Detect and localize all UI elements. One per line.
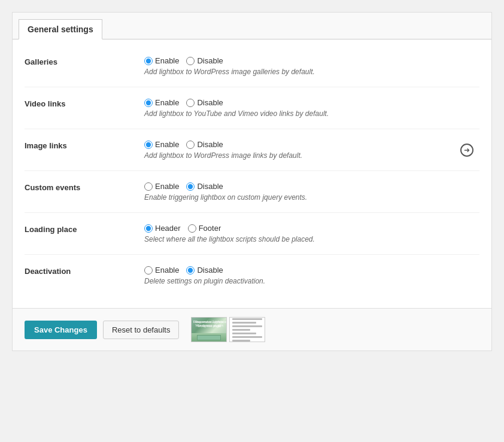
label-video_links: Video links [25, 98, 144, 108]
radio-group-custom_events: EnableDisable [144, 182, 479, 191]
radio-loading_place-header[interactable] [144, 224, 153, 233]
description-image_links: Add lightbox to WordPress image links by… [144, 151, 479, 160]
plugin-thumbnails: Responsive LightboxWordpress plugin [191, 317, 265, 342]
radio-label-deactivation-enable: Enable [155, 266, 179, 275]
thumb-line [232, 318, 262, 320]
radio-deactivation-enable[interactable] [144, 266, 153, 275]
control-image_links: EnableDisableAdd lightbox to WordPress i… [144, 140, 479, 160]
radio-label-video_links-enable: Enable [155, 98, 179, 107]
thumb-line [232, 336, 262, 338]
radio-loading_place-footer[interactable] [188, 224, 196, 233]
thumbnail-1[interactable]: Responsive LightboxWordpress plugin [191, 317, 227, 342]
radio-custom_events-enable[interactable] [144, 182, 153, 191]
radio-video_links-disable[interactable] [186, 99, 195, 107]
radio-group-galleries: EnableDisable [144, 56, 479, 65]
description-loading_place: Select where all the lightbox scripts sh… [144, 235, 479, 243]
label-custom_events: Custom events [25, 182, 144, 192]
radio-group-video_links: EnableDisable [144, 98, 479, 107]
radio-video_links-enable[interactable] [144, 99, 153, 107]
settings-row-loading_place: Loading placeHeaderFooterSelect where al… [25, 213, 479, 255]
radio-label-galleries-enable: Enable [155, 56, 179, 65]
radio-option-galleries-disable[interactable]: Disable [186, 56, 223, 65]
thumb-line [232, 340, 250, 342]
radio-option-image_links-enable[interactable]: Enable [144, 140, 179, 149]
radio-option-custom_events-disable[interactable]: Disable [186, 182, 223, 191]
control-custom_events: EnableDisableEnable triggering lightbox … [144, 182, 479, 202]
label-deactivation: Deactivation [25, 266, 144, 276]
radio-label-galleries-disable: Disable [197, 56, 223, 65]
radio-option-image_links-disable[interactable]: Disable [186, 140, 223, 149]
radio-label-image_links-enable: Enable [155, 140, 179, 149]
radio-option-custom_events-enable[interactable]: Enable [144, 182, 179, 191]
thumb-line [232, 333, 256, 334]
thumb-line [232, 329, 250, 331]
thumbnail-2[interactable] [229, 317, 265, 342]
radio-option-deactivation-enable[interactable]: Enable [144, 266, 179, 275]
radio-galleries-disable[interactable] [186, 57, 195, 65]
radio-group-deactivation: EnableDisable [144, 266, 479, 275]
control-deactivation: EnableDisableDelete settings on plugin d… [144, 266, 479, 285]
radio-image_links-enable[interactable] [144, 141, 153, 149]
tab-general-settings[interactable]: General settings [19, 19, 102, 39]
label-image_links: Image links [25, 140, 144, 150]
radio-label-custom_events-enable: Enable [155, 182, 179, 191]
radio-label-custom_events-disable: Disable [197, 182, 223, 191]
description-video_links: Add lightbox to YouTube and Vimeo video … [144, 109, 479, 118]
radio-option-loading_place-header[interactable]: Header [144, 224, 181, 233]
radio-label-deactivation-disable: Disable [197, 266, 223, 275]
settings-table: GalleriesEnableDisableAdd lightbox to Wo… [13, 39, 491, 308]
radio-option-galleries-enable[interactable]: Enable [144, 56, 179, 65]
save-button[interactable]: Save Changes [25, 321, 97, 339]
settings-row-image_links: Image linksEnableDisableAdd lightbox to … [25, 129, 479, 171]
settings-row-galleries: GalleriesEnableDisableAdd lightbox to Wo… [25, 45, 479, 87]
control-video_links: EnableDisableAdd lightbox to YouTube and… [144, 98, 479, 118]
reset-button[interactable]: Reset to defaults [103, 321, 180, 339]
control-loading_place: HeaderFooterSelect where all the lightbo… [144, 224, 479, 243]
radio-image_links-disable[interactable] [186, 141, 195, 149]
settings-row-custom_events: Custom eventsEnableDisableEnable trigger… [25, 171, 479, 213]
radio-option-loading_place-footer[interactable]: Footer [188, 224, 221, 233]
radio-label-image_links-disable: Disable [197, 140, 223, 149]
description-custom_events: Enable triggering lightbox on custom jqu… [144, 193, 479, 202]
radio-option-video_links-enable[interactable]: Enable [144, 98, 179, 107]
settings-panel: General settings GalleriesEnableDisableA… [12, 12, 492, 351]
thumb-line [232, 322, 256, 324]
control-galleries: EnableDisableAdd lightbox to WordPress i… [144, 56, 479, 76]
label-galleries: Galleries [25, 56, 144, 66]
radio-galleries-enable[interactable] [144, 57, 153, 65]
radio-group-image_links: EnableDisable [144, 140, 479, 149]
description-deactivation: Delete settings on plugin deactivation. [144, 277, 479, 285]
tab-bar: General settings [13, 13, 491, 39]
label-loading_place: Loading place [25, 224, 144, 234]
thumb-line [232, 325, 262, 327]
radio-label-loading_place-header: Header [155, 224, 181, 233]
radio-label-video_links-disable: Disable [197, 98, 223, 107]
radio-custom_events-disable[interactable] [186, 182, 195, 191]
description-galleries: Add lightbox to WordPress image gallerie… [144, 68, 479, 76]
radio-deactivation-disable[interactable] [186, 266, 195, 275]
radio-option-deactivation-disable[interactable]: Disable [186, 266, 223, 275]
settings-row-deactivation: DeactivationEnableDisableDelete settings… [25, 255, 479, 296]
radio-group-loading_place: HeaderFooter [144, 224, 479, 233]
radio-label-loading_place-footer: Footer [199, 224, 221, 233]
footer-bar: Save Changes Reset to defaults Responsiv… [13, 308, 491, 350]
radio-option-video_links-disable[interactable]: Disable [186, 98, 223, 107]
arrow-icon[interactable]: ➜ [460, 144, 473, 157]
settings-row-video_links: Video linksEnableDisableAdd lightbox to … [25, 87, 479, 129]
